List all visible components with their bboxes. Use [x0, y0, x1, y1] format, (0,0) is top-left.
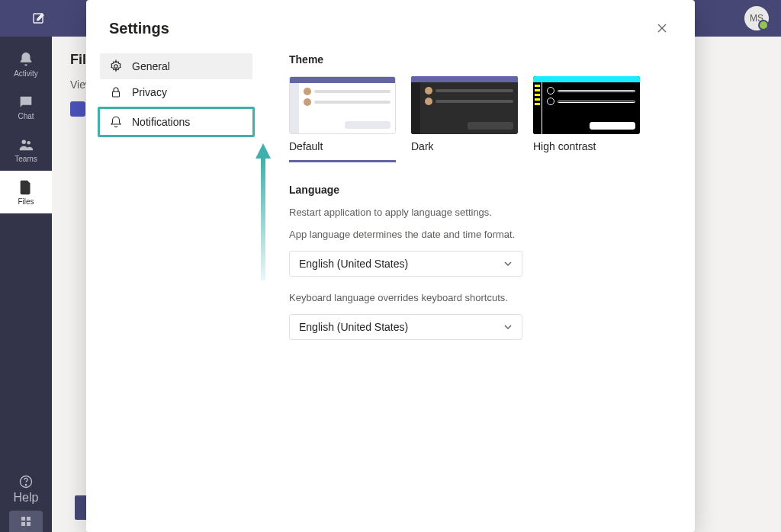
theme-default[interactable]: Default: [289, 76, 396, 162]
lock-icon: [109, 85, 123, 99]
help-icon: [18, 474, 34, 489]
avatar[interactable]: MS: [744, 6, 769, 30]
keyboard-language-dropdown[interactable]: English (United States): [289, 314, 522, 340]
gear-icon: [109, 59, 123, 73]
chevron-down-icon: [503, 322, 513, 332]
svg-rect-6: [27, 517, 31, 521]
modal-title: Settings: [109, 20, 169, 37]
theme-preview-dark: [411, 76, 518, 134]
file-icon: [18, 179, 34, 196]
rail-label: Teams: [14, 155, 37, 163]
svg-rect-8: [27, 522, 31, 526]
settings-modal: Settings General Privacy Notifications: [86, 0, 695, 532]
teams-logo-icon: [70, 101, 85, 117]
people-icon: [18, 136, 34, 153]
bell-icon: [18, 51, 34, 68]
app-language-dropdown[interactable]: English (United States): [289, 251, 522, 277]
svg-rect-10: [113, 91, 120, 97]
rail-label: Activity: [14, 69, 38, 78]
theme-dark[interactable]: Dark: [411, 76, 518, 162]
svg-point-4: [25, 485, 26, 486]
compose-icon[interactable]: [32, 11, 46, 25]
dropdown-value: English (United States): [299, 321, 408, 333]
nav-label: Privacy: [132, 86, 167, 98]
svg-point-1: [22, 139, 27, 144]
rail-help[interactable]: Help: [0, 468, 52, 511]
app-rail: Activity Chat Teams Files Help: [0, 37, 52, 532]
svg-rect-7: [21, 522, 25, 526]
rail-label: Chat: [18, 112, 34, 120]
nav-label: Notifications: [132, 116, 190, 128]
rail-label: Files: [18, 197, 34, 206]
settings-nav: General Privacy Notifications: [100, 46, 252, 509]
rail-apps[interactable]: [9, 511, 43, 532]
language-restart-hint: Restart application to apply language se…: [289, 207, 672, 218]
theme-preview-default: [289, 76, 396, 134]
theme-label: Dark: [411, 140, 518, 152]
theme-label: Default: [289, 140, 396, 152]
svg-point-2: [27, 140, 31, 144]
bell-icon: [109, 115, 123, 129]
chevron-down-icon: [503, 259, 513, 268]
nav-privacy[interactable]: Privacy: [100, 79, 252, 105]
svg-rect-5: [21, 517, 25, 521]
language-heading: Language: [289, 184, 672, 196]
chat-icon: [18, 94, 34, 111]
theme-label: High contrast: [533, 140, 640, 152]
theme-heading: Theme: [289, 53, 672, 66]
rail-files[interactable]: Files: [0, 171, 52, 213]
rail-chat[interactable]: Chat: [0, 85, 52, 128]
tutorial-arrow: [256, 143, 271, 296]
rail-label: Help: [14, 491, 39, 505]
rail-activity[interactable]: Activity: [0, 43, 52, 85]
svg-point-9: [114, 65, 118, 69]
close-button[interactable]: [652, 18, 672, 38]
keyboard-language-hint: Keyboard language overrides keyboard sho…: [289, 292, 672, 303]
rail-teams[interactable]: Teams: [0, 128, 52, 171]
settings-panel: Theme Default: [289, 46, 672, 509]
theme-high-contrast[interactable]: High contrast: [533, 76, 640, 162]
nav-general[interactable]: General: [100, 53, 252, 79]
theme-preview-hc: [533, 76, 640, 134]
close-icon: [657, 23, 667, 34]
nav-label: General: [132, 60, 170, 72]
avatar-initials: MS: [750, 13, 763, 24]
app-language-hint: App language determines the date and tim…: [289, 229, 672, 240]
apps-icon: [20, 515, 32, 527]
nav-notifications[interactable]: Notifications: [98, 107, 255, 137]
dropdown-value: English (United States): [299, 258, 408, 270]
